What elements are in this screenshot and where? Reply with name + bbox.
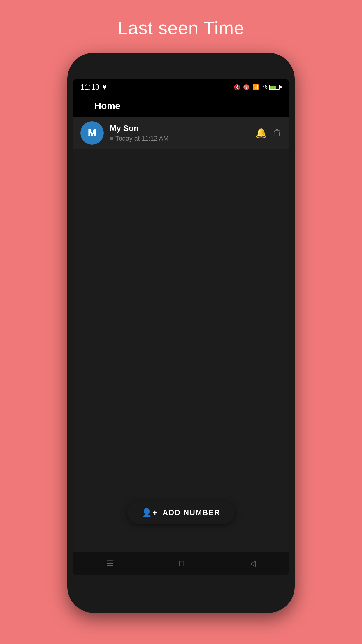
status-icons: 🔇 ♈ 📶 76 <box>234 84 282 90</box>
nav-menu-icon[interactable]: ☰ <box>106 559 113 568</box>
status-time-group: 11:13 ♥ <box>80 83 107 92</box>
volume-mute-icon: 🔇 <box>234 84 240 90</box>
page-title: Last seen Time <box>118 18 244 38</box>
contact-name: My Son <box>110 124 249 133</box>
contact-last-seen: Today at 11:12 AM <box>115 135 168 142</box>
heart-icon: ♥ <box>102 83 107 92</box>
battery-indicator: 76 <box>262 84 282 90</box>
battery-fill <box>270 86 276 89</box>
bluetooth-icon: ♈ <box>243 84 249 90</box>
status-bar: 11:13 ♥ 🔇 ♈ 📶 76 <box>73 79 289 95</box>
phone-shell: 11:13 ♥ 🔇 ♈ 📶 76 <box>67 53 295 613</box>
wifi-icon: 📶 <box>252 84 259 90</box>
battery-text: 76 <box>262 84 268 90</box>
hamburger-line-1 <box>80 104 89 104</box>
phone-screen: 11:13 ♥ 🔇 ♈ 📶 76 <box>73 79 289 575</box>
hamburger-line-2 <box>80 106 89 106</box>
content-area: M My Son Today at 11:12 AM 🔔 🗑 👤+ <box>73 117 289 552</box>
status-dot <box>110 137 113 140</box>
contact-info: My Son Today at 11:12 AM <box>110 124 249 142</box>
add-number-button[interactable]: 👤+ ADD NUMBER <box>127 501 235 524</box>
app-bar: Home <box>73 95 289 117</box>
battery-tip <box>280 86 282 88</box>
status-time: 11:13 <box>80 83 99 92</box>
nav-back-icon[interactable]: ◁ <box>250 559 256 568</box>
contact-actions: 🔔 🗑 <box>255 127 282 139</box>
add-person-icon: 👤+ <box>142 508 158 517</box>
hamburger-menu-icon[interactable] <box>80 104 89 108</box>
add-number-btn-container: 👤+ ADD NUMBER <box>127 501 235 524</box>
hamburger-line-3 <box>80 108 89 108</box>
delete-icon[interactable]: 🗑 <box>273 128 282 138</box>
contact-list-item[interactable]: M My Son Today at 11:12 AM 🔔 🗑 <box>73 117 289 149</box>
phone-top-bar <box>73 62 289 79</box>
battery-body <box>269 85 280 90</box>
app-bar-title: Home <box>94 101 120 111</box>
notification-bell-icon[interactable]: 🔔 <box>255 127 267 139</box>
nav-home-icon[interactable]: □ <box>179 559 184 568</box>
contact-avatar: M <box>80 121 104 145</box>
contact-status: Today at 11:12 AM <box>110 135 249 142</box>
bottom-nav: ☰ □ ◁ <box>73 552 289 575</box>
add-number-label: ADD NUMBER <box>163 508 220 517</box>
